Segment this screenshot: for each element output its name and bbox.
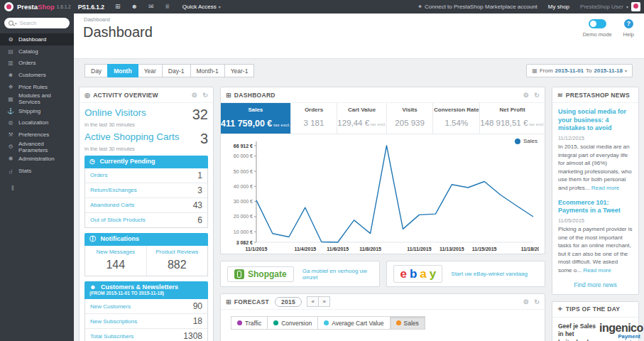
forecast-legend-conversion[interactable]: Conversion	[267, 316, 318, 330]
active-carts-link[interactable]: Active Shopping Carts	[84, 131, 180, 142]
ingenico-logo: ingenico Payment services	[599, 323, 643, 341]
sidebar-item-advanced-parameters[interactable]: ⚙Advanced Parameters	[0, 141, 74, 153]
refresh-icon[interactable]: ↻	[534, 298, 540, 305]
svg-text:11/18/2015: 11/18/2015	[521, 247, 539, 251]
stat-value: 144	[87, 259, 145, 271]
dashboard-panel: ⊞ DASHBOARD ⚙ ↻ Sales411 759,00 € tax ex…	[220, 87, 545, 254]
sidebar-item-dashboard[interactable]: ⊙Dashboard	[0, 33, 74, 45]
stat-value: 1	[197, 170, 202, 180]
stat-link-total-subscribers[interactable]: Total Subscribers	[90, 333, 133, 340]
read-more-link[interactable]: Read more	[583, 267, 611, 274]
chevron-down-icon: ▾	[219, 4, 221, 9]
stat-link-return-exchanges[interactable]: Return/Exchanges	[90, 187, 137, 193]
chevron-down-icon: ▾	[15, 21, 17, 26]
profile-icon[interactable]: ☻	[131, 4, 138, 10]
news-article: Using social media for your business: 4 …	[558, 108, 633, 193]
period-button-month[interactable]: Month	[107, 64, 138, 77]
marketplace-link[interactable]: ⚭Connect to PrestaShop Marketplace accou…	[417, 4, 537, 10]
online-visitors-link[interactable]: Online Visitors	[84, 107, 146, 118]
sidebar-item-preferences[interactable]: ⚒Preferences	[0, 129, 74, 141]
mail-icon[interactable]: ✉	[148, 4, 154, 10]
period-button-year[interactable]: Year	[138, 64, 163, 77]
ebay-link[interactable]: Start uw eBay-winkel vandaag	[451, 271, 528, 277]
metric-tab-orders[interactable]: Orders3 181	[291, 103, 338, 134]
online-visitors-row: Online Visitors 32	[84, 107, 208, 121]
sidebar-menu: ⊙Dashboard▤Catalog▥Orders☻Customers❖Pric…	[0, 33, 74, 177]
period-button-year-1[interactable]: Year-1	[224, 64, 255, 77]
breadcrumb: Dashboard	[74, 13, 644, 23]
refresh-icon[interactable]: ↻	[534, 92, 540, 99]
metric-suffix: tax excl.	[272, 123, 290, 127]
quick-access-menu[interactable]: Quick Access▾	[182, 4, 221, 10]
gear-icon[interactable]: ⚙	[192, 92, 197, 99]
online-visitors-sub: in the last 30 minutes	[84, 121, 208, 128]
read-more-link[interactable]: Read more	[591, 185, 620, 191]
legend-dot	[273, 320, 278, 325]
demo-mode-label: Demo mode	[583, 31, 612, 38]
news-body: Using social media for your business: 4 …	[552, 103, 638, 294]
news-articles: Using social media for your business: 4 …	[558, 108, 633, 275]
activity-overview-panel: ◎ ACTIVITY OVERVIEW ⚙ ↻ Online Visitors …	[79, 87, 214, 341]
sidebar-item-modules-and-services[interactable]: ▦Modules and Services	[0, 93, 74, 105]
sidebar-item-shipping[interactable]: ⚓Shipping	[0, 105, 74, 117]
trophy-icon[interactable]: ♕	[165, 4, 170, 10]
gear-icon[interactable]: ⚙	[523, 92, 529, 99]
period-button-day-1[interactable]: Day-1	[162, 64, 191, 77]
metric-tab-conversion-rate[interactable]: Conversion Rate1.54%	[433, 103, 480, 134]
sidebar-item-price-rules[interactable]: ❖Price Rules	[0, 81, 74, 93]
shopgate-link[interactable]: Ga mobiel en verhoog uw omzet	[302, 268, 373, 281]
ebay-logo[interactable]: ebay	[393, 265, 443, 283]
sidebar-item-label: Catalog	[18, 48, 38, 55]
gear-icon[interactable]: ⚙	[523, 298, 529, 305]
sidebar-collapse-button[interactable]: ‖	[7, 184, 19, 193]
news-article-title[interactable]: Using social media for your business: 4 …	[558, 108, 633, 133]
stat-link-abandoned-carts[interactable]: Abandoned Carts	[90, 202, 134, 208]
period-button-day[interactable]: Day	[84, 64, 108, 77]
ebay-letter: a	[420, 268, 425, 280]
news-article-title[interactable]: Ecommerce 101: Payments in a Tweet	[558, 199, 633, 215]
news-article-date: 11/12/2015	[558, 135, 633, 141]
stat-link-orders[interactable]: Orders	[90, 172, 107, 178]
sidebar-item-catalog[interactable]: ▤Catalog	[0, 45, 74, 58]
sidebar-item-customers[interactable]: ☻Customers	[0, 69, 74, 81]
my-shop-link[interactable]: My shop	[548, 4, 569, 10]
cart-icon[interactable]: ⊞	[115, 4, 121, 10]
sidebar-item-orders[interactable]: ▥Orders	[0, 58, 74, 70]
metric-tab-net-profit[interactable]: Net Profit148 918,51 € tax excl.	[480, 103, 545, 134]
find-more-news-link[interactable]: Find more news	[558, 281, 633, 288]
metric-tab-cart-value[interactable]: Cart Value129,44 € tax excl.	[337, 103, 386, 134]
metric-tab-visits[interactable]: Visits205 939	[387, 103, 434, 134]
svg-text:11/13/2015: 11/13/2015	[440, 247, 464, 251]
stat-value: 1308	[183, 331, 202, 341]
period-button-month-1[interactable]: Month-1	[190, 64, 225, 77]
sidebar-item-administration[interactable]: ✱Administration	[0, 153, 74, 165]
legend-dot	[324, 320, 329, 325]
svg-text:50 000 €: 50 000 €	[234, 169, 253, 174]
sidebar-item-stats[interactable]: ⣴Stats	[0, 165, 74, 177]
metric-tab-sales[interactable]: Sales411 759,00 € tax excl.	[221, 103, 291, 134]
date-range-button[interactable]: ▦ From 2015-11-01 To 2015-11-18 ▾	[526, 64, 633, 77]
stat-link-new-customers[interactable]: New Customers	[90, 303, 131, 310]
search-input[interactable]	[18, 19, 65, 27]
sidebar-item-localization[interactable]: ◍Localization	[0, 117, 74, 129]
forecast-legend-traffic[interactable]: Traffic	[231, 316, 268, 330]
stat-link-new-subscriptions[interactable]: New Subscriptions	[90, 318, 137, 325]
administration-icon: ✱	[6, 156, 16, 162]
user-menu[interactable]: PrestaShop User ▾	[580, 2, 640, 11]
legend-label: Average Cart Value	[332, 320, 383, 327]
legend-label: Conversion	[281, 320, 312, 327]
help-icon[interactable]: ?	[624, 19, 633, 28]
metric-suffix: tax excl.	[528, 122, 545, 126]
modules-icon: ▦	[6, 96, 16, 102]
previous-year-button[interactable]: «	[307, 296, 319, 307]
stat-link-product-reviews[interactable]: Product Reviews	[148, 249, 207, 255]
forecast-legend-sales[interactable]: Sales	[390, 316, 425, 330]
forecast-legend-average-cart-value[interactable]: Average Cart Value	[317, 316, 390, 330]
stat-link-out-of-stock-products[interactable]: Out of Stock Products	[90, 217, 146, 223]
next-year-button[interactable]: »	[318, 296, 330, 307]
stat-link-new-messages[interactable]: New Messages	[87, 249, 145, 255]
shopgate-icon	[234, 269, 244, 279]
demo-mode-toggle[interactable]	[589, 19, 606, 28]
shopgate-logo[interactable]: Shopgate	[227, 266, 294, 282]
refresh-icon[interactable]: ↻	[202, 92, 208, 99]
